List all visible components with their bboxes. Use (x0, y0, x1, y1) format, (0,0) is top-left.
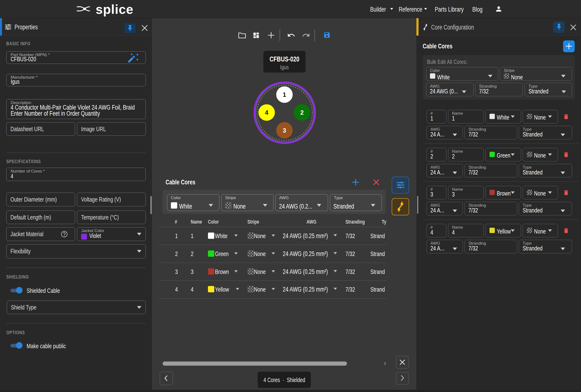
svg-text:1: 1 (283, 91, 286, 98)
svg-text:3: 3 (283, 127, 286, 134)
svg-text:4: 4 (265, 109, 268, 116)
svg-text:2: 2 (300, 109, 304, 116)
